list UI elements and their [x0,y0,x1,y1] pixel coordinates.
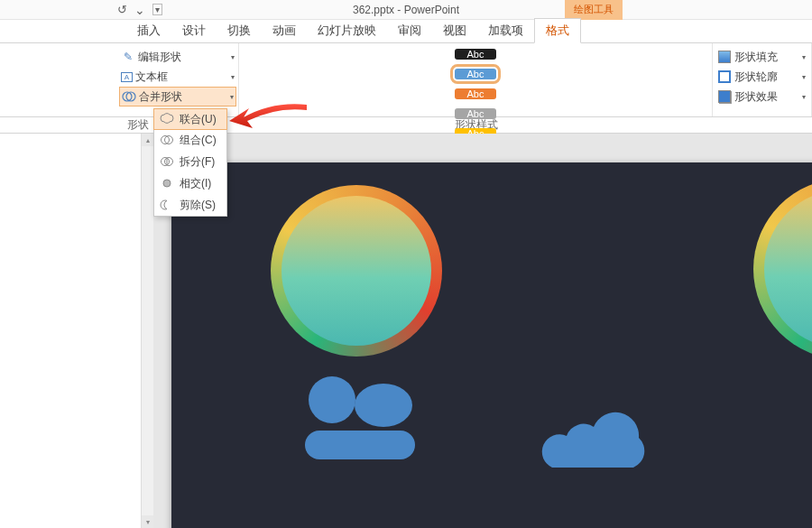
edit-shape-icon: ✎ [121,50,135,64]
chevron-down-icon: ▾ [802,93,806,101]
merge-subtract-label: 剪除(S) [180,198,216,213]
merge-union-label: 联合(U) [180,112,217,127]
shape-effects-icon [718,90,731,103]
touch-mode-icon[interactable]: ↺ [117,3,127,16]
qat-customize-icon[interactable]: ▾ [152,4,162,15]
text-box-button[interactable]: A 文本框 ▾ [119,67,236,87]
thumbnail-scrollbar[interactable]: ▴ ▾ [141,134,153,528]
slide[interactable]: Total Con [171,162,812,528]
slide-canvas-area[interactable]: Total Con [153,134,812,528]
tab-transitions[interactable]: 切换 [217,19,262,42]
merge-intersect-label: 相交(I) [180,176,211,191]
tab-slideshow[interactable]: 幻灯片放映 [307,19,387,42]
intersect-icon [160,176,174,190]
shape-fill-label: 形状填充 [734,50,778,65]
tab-view[interactable]: 视图 [432,19,477,42]
shape-effects-label: 形状效果 [734,89,778,105]
shape-outline-label: 形状轮廓 [734,69,778,85]
merge-shapes-dropdown: 联合(U) 组合(C) 拆分(F) 相交(I) 剪除(S) [153,108,227,217]
ribbon-group-insert-shapes: ✎ 编辑形状 ▾ A 文本框 ▾ 合并形状 ▾ [117,43,239,116]
shape-fill-icon [718,51,731,63]
gradient-ring-shape-1[interactable] [271,185,442,357]
ribbon-tabs: 插入 设计 切换 动画 幻灯片放映 审阅 视图 加载项 格式 [0,20,812,43]
ribbon-group-shape-format: 形状填充 ▾ 形状轮廓 ▾ 形状效果 ▾ [713,43,812,116]
edit-shape-label: 编辑形状 [138,50,181,65]
merge-fragment-label: 拆分(F) [180,154,215,170]
scroll-up-button[interactable]: ▴ [142,134,153,146]
window-title: 362.pptx - PowerPoint [353,4,459,16]
chevron-down-icon: ▾ [802,73,806,81]
text-box-icon: A [121,72,133,82]
shape-outline-icon [718,70,731,83]
ribbon: ✎ 编辑形状 ▾ A 文本框 ▾ 合并形状 ▾ Abc Abc Abc Abc … [0,43,812,117]
edit-shape-button[interactable]: ✎ 编辑形状 ▾ [119,47,236,67]
style-preset-3[interactable]: Abc [455,88,496,99]
merge-combine-label: 组合(C) [180,133,217,148]
scroll-down-button[interactable]: ▾ [142,515,153,528]
chevron-down-icon: ▾ [802,53,806,61]
chevron-down-icon: ▾ [231,73,235,81]
merge-subtract-item[interactable]: 剪除(S) [154,194,226,216]
style-preset-2[interactable]: Abc [455,69,496,79]
group-label-shapes: 形状 [127,118,149,131]
tab-addins[interactable]: 加载项 [477,19,534,42]
tab-animations[interactable]: 动画 [262,19,307,42]
qat-dropdown-icon[interactable]: ⌄ [134,3,145,17]
merge-intersect-item[interactable]: 相交(I) [154,172,226,194]
shape-fill-button[interactable]: 形状填充 ▾ [716,47,807,67]
svg-point-7 [355,384,412,427]
svg-rect-8 [305,431,415,459]
union-icon [160,112,174,126]
combine-icon [160,133,174,147]
gradient-ring-shape-2[interactable] [753,179,812,359]
merge-shapes-button[interactable]: 合并形状 ▾ [119,87,236,107]
svg-point-6 [309,376,355,423]
chevron-down-icon: ▾ [231,53,235,61]
ribbon-group-labels: 形状 形状样式 [0,117,812,134]
style-preset-4[interactable]: Abc [455,108,496,119]
merge-shapes-label: 合并形状 [139,89,182,105]
workspace: ▴ ▾ Total Con [0,134,812,528]
fragment-icon [160,154,174,169]
shape-effects-button[interactable]: 形状效果 ▾ [716,87,807,107]
annotation-arrow [227,99,309,135]
style-preset-1[interactable]: Abc [455,49,496,60]
ribbon-group-shape-styles: Abc Abc Abc Abc Abc Abc Abc ▴ ▾ ▾ [239,43,713,116]
cloud-shape[interactable] [523,388,668,478]
merge-shapes-icon [122,89,136,104]
text-box-label: 文本框 [135,69,168,85]
merge-fragment-item[interactable]: 拆分(F) [154,151,226,172]
contextual-tab-label: 绘图工具 [565,0,623,20]
tab-review[interactable]: 审阅 [387,19,432,42]
subtract-icon [160,198,174,212]
tab-format[interactable]: 格式 [534,18,581,43]
merge-combine-item[interactable]: 组合(C) [154,129,226,151]
shape-outline-button[interactable]: 形状轮廓 ▾ [716,67,807,87]
title-bar: ↺ ⌄ ▾ 362.pptx - PowerPoint 绘图工具 [0,0,812,20]
merge-union-item[interactable]: 联合(U) [153,108,227,130]
blue-shapes-group[interactable] [298,375,424,474]
tab-design[interactable]: 设计 [171,19,217,42]
tab-insert[interactable]: 插入 [126,19,171,42]
